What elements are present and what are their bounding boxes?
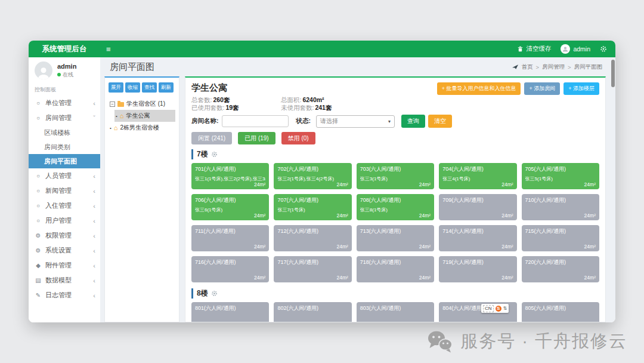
ime-language-toggle[interactable]: CN: [483, 305, 494, 312]
room-card[interactable]: 701(六人间/通用) 张三1(1号床),张三2(2号床),张三3(3号床) 2…: [191, 163, 269, 189]
settings-gears-icon[interactable]: [600, 45, 607, 53]
room-area: 24m²: [336, 182, 348, 187]
ime-indicator[interactable]: CN S ⇅: [481, 304, 509, 313]
room-card[interactable]: 709(六人间/通用) 24m²: [439, 194, 516, 220]
action-button[interactable]: + 添加房间: [524, 82, 560, 95]
clear-cache-button[interactable]: 清空缓存: [518, 45, 551, 53]
room-card[interactable]: 705(六人间/通用) 张三5(1号床) 24m²: [522, 163, 599, 189]
room-number: 802(六人间/通用): [277, 304, 348, 312]
room-card[interactable]: 714(六人间/通用) 24m²: [439, 225, 516, 251]
vertical-scrollbar[interactable]: [611, 60, 615, 320]
room-card[interactable]: 716(六人间/通用) 24m²: [191, 256, 269, 282]
tree-node-selected[interactable]: • ⌂ 学生公寓: [114, 110, 175, 122]
ime-arrows-icon[interactable]: ⇅: [503, 306, 507, 311]
action-button[interactable]: + 添加楼层: [564, 82, 599, 95]
room-card[interactable]: 707(六人间/通用) 张三7(1号床) 24m²: [274, 194, 351, 220]
menu-item-icon: ○: [35, 202, 42, 209]
room-area: 24m²: [336, 275, 348, 281]
action-button[interactable]: + 批量导入用户信息和入住信息: [437, 82, 521, 95]
room-card[interactable]: 711(六人间/通用) 24m²: [191, 225, 269, 251]
sidebar-menu-item[interactable]: ○ 房间管理 ˇ: [29, 110, 100, 125]
breadcrumb-current: 房间平面图: [574, 63, 603, 71]
room-card[interactable]: 802(六人间/通用) 24m²: [274, 302, 351, 322]
sidebar-menu-item[interactable]: ○ 单位管理 ‹: [29, 96, 100, 110]
user-avatar: [561, 44, 570, 54]
menu-item-icon: ⚙: [35, 247, 42, 254]
room-card[interactable]: 703(六人间/通用) 张三3(1号床) 24m²: [357, 163, 434, 189]
room-number: 717(六人间/通用): [277, 259, 348, 266]
sidebar-menu-item[interactable]: ○ 新闻管理 ‹: [29, 183, 100, 198]
room-card[interactable]: 706(六人间/通用) 张三6(1号床) 24m²: [191, 194, 269, 220]
room-card[interactable]: 702(六人间/通用) 张三2(1号床),张三4(2号床) 24m²: [274, 163, 351, 189]
room-number: 719(六人间/通用): [442, 259, 513, 266]
sidebar-menu-item[interactable]: ⚙ 系统设置 ‹: [29, 243, 100, 258]
sidebar-menu-item[interactable]: ○ 用户管理 ‹: [29, 213, 100, 228]
menu-item-icon: ○: [35, 187, 42, 194]
scrollbar-thumb[interactable]: [611, 60, 615, 87]
room-card[interactable]: 718(六人间/通用) 24m²: [357, 256, 434, 282]
sidebar-username: admin: [57, 63, 76, 70]
floor-settings-icon[interactable]: [211, 290, 218, 297]
tree-root-node[interactable]: − 学生宿舍区 (1): [109, 98, 175, 110]
room-card[interactable]: 713(六人间/通用) 24m²: [357, 225, 434, 251]
app-brand: 系统管理后台: [29, 44, 100, 54]
status-select[interactable]: 请选择 ▾: [316, 115, 395, 128]
sidebar-menu-item[interactable]: 房间类别: [29, 140, 100, 154]
room-name-input[interactable]: [222, 115, 289, 127]
room-card[interactable]: 710(六人间/通用) 24m²: [522, 194, 599, 220]
room-number: 707(六人间/通用): [277, 196, 348, 204]
sidebar-menu-item[interactable]: ○ 入住管理 ‹: [29, 198, 100, 213]
user-menu[interactable]: admin: [561, 44, 590, 54]
sidebar-menu-item[interactable]: ◆ 附件管理 ‹: [29, 258, 100, 273]
room-card[interactable]: 704(六人间/通用) 张三4(1号床) 24m²: [439, 163, 516, 189]
sidebar-menu-item[interactable]: ⚙ 权限管理 ‹: [29, 228, 100, 243]
sidebar-menu-item[interactable]: ✎ 日志管理 ‹: [29, 288, 100, 303]
sidebar-menu-item[interactable]: 房间平面图: [29, 154, 100, 168]
room-card[interactable]: 803(六人间/通用) 24m²: [357, 302, 434, 322]
tree-toolbar-button[interactable]: 查找: [142, 82, 157, 93]
sidebar-menu-item[interactable]: 区域楼栋: [29, 125, 100, 140]
room-number: 720(六人间/通用): [525, 259, 596, 266]
room-number: 709(六人间/通用): [442, 196, 513, 204]
room-card[interactable]: 720(六人间/通用) 24m²: [522, 256, 599, 282]
room-number: 718(六人间/通用): [360, 259, 431, 266]
menu-item-icon: ✎: [35, 292, 42, 299]
room-number: 710(六人间/通用): [525, 196, 596, 204]
room-card[interactable]: 717(六人间/通用) 24m²: [274, 256, 351, 282]
status-chip[interactable]: 已用 (19): [238, 132, 275, 144]
breadcrumb-home[interactable]: 首页: [521, 63, 532, 71]
room-number: 703(六人间/通用): [360, 165, 431, 173]
sidebar-menu-item[interactable]: ○ 人员管理 ‹: [29, 168, 100, 183]
room-card[interactable]: 805(六人间/通用) 24m²: [522, 302, 599, 322]
floor-settings-icon[interactable]: [211, 151, 218, 158]
online-dot: [57, 73, 61, 76]
room-card[interactable]: 801(六人间/通用) 24m²: [191, 302, 269, 322]
room-number: 714(六人间/通用): [442, 227, 513, 235]
status-filter-chips: 闲置 (241) 已用 (19) 禁用 (0): [191, 132, 599, 144]
room-area: 24m²: [254, 244, 265, 250]
tree-collapse-icon[interactable]: −: [110, 101, 115, 107]
room-card[interactable]: 708(六人间/通用) 张三8(1号床) 24m²: [357, 194, 434, 220]
room-area: 24m²: [254, 275, 265, 281]
tree-toolbar-button[interactable]: 刷新: [159, 82, 174, 93]
tree-toolbar-button[interactable]: 展开: [109, 82, 123, 93]
chevron-icon: ‹: [93, 202, 95, 210]
sidebar-toggle-icon[interactable]: ≡: [106, 45, 111, 54]
tree-node[interactable]: • ⌂ 2栋男生宿舍楼: [109, 122, 175, 134]
sidebar: admin 在线 控制面板 ○ 单位管理 ‹ ○ 房间管理 ˇ: [29, 57, 100, 322]
room-area: 24m²: [254, 182, 265, 187]
chevron-icon: ‹: [93, 173, 95, 180]
clear-button[interactable]: 清空: [428, 115, 452, 128]
sidebar-menu-item[interactable]: ▤ 数据模型 ‹: [29, 273, 100, 288]
status-chip[interactable]: 闲置 (241): [191, 132, 232, 144]
room-card[interactable]: 715(六人间/通用) 24m²: [522, 225, 599, 251]
chevron-icon: ‹: [93, 292, 95, 299]
status-chip[interactable]: 禁用 (0): [281, 132, 315, 144]
tree-toolbar-button[interactable]: 收缩: [125, 82, 140, 93]
breadcrumb-section[interactable]: 房间管理: [542, 63, 565, 71]
room-number: 705(六人间/通用): [525, 165, 596, 173]
room-card[interactable]: 719(六人间/通用) 24m²: [439, 256, 516, 282]
search-button[interactable]: 查询: [401, 115, 425, 128]
online-status: 在线: [63, 71, 73, 79]
room-card[interactable]: 712(六人间/通用) 24m²: [274, 225, 351, 251]
